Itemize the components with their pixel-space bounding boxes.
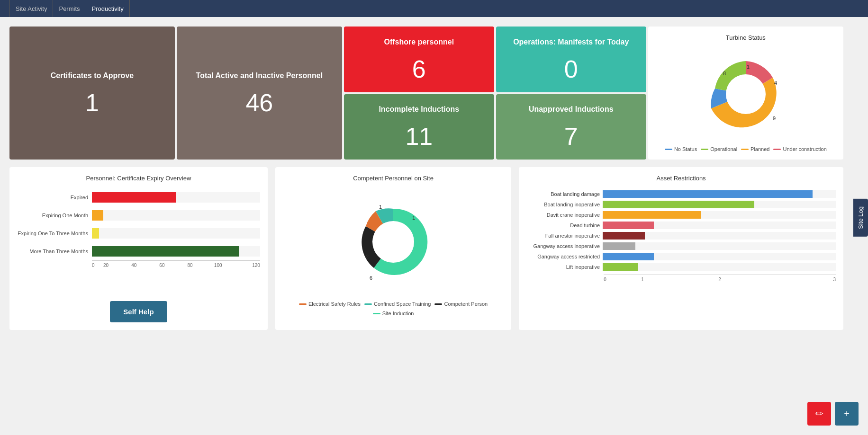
asset-track-lift [603,263,836,271]
bar-row-three-months: Expiring One To Three Months [17,228,260,239]
svg-text:8: 8 [723,71,726,76]
asset-label-lift: Lift inoperative [526,264,600,270]
asset-fill-gangway-inop [603,242,635,250]
bar-row-expired: Expired [17,192,260,203]
svg-text:1: 1 [747,64,750,70]
asset-track-boat-inop [603,201,836,208]
asset-bar-davit: Davit crane inoperative [526,211,836,219]
asset-fill-fall [603,232,645,240]
kpi-operations-value: 0 [564,57,578,81]
legend-site-induction: Site Induction [373,311,414,316]
asset-axis: 0 1 2 3 [604,275,836,282]
asset-axis-2: 2 [681,277,758,282]
asset-label-boat-damage: Boat landing damage [526,191,600,197]
asset-restrictions-panel: Asset Restrictions Boat landing damage B… [519,167,843,330]
kpi-incomplete-title: Incomplete Inductions [379,105,459,115]
asset-bar-boat-inop: Boat landing inoperative [526,201,836,208]
kpi-incomplete-value: 11 [405,124,433,149]
asset-fill-davit [603,211,701,219]
asset-bar-boat-damage: Boat landing damage [526,190,836,198]
kpi-cert-approve[interactable]: Certificates to Approve 1 [9,27,175,160]
legend-operational: Operational [701,146,737,152]
svg-text:2: 2 [366,254,369,259]
axis-100: 100 [204,263,232,268]
asset-label-dead-turbine: Dead turbine [526,222,600,228]
nav-productivity[interactable]: Productivity [86,0,130,17]
asset-fill-boat-inop [603,201,754,208]
kpi-cert-title: Certificates to Approve [51,71,134,81]
asset-bar-lift: Lift inoperative [526,263,836,271]
asset-bar-fall: Fall arrestor inoperative [526,232,836,240]
asset-track-fall [603,232,836,240]
kpi-cert-value: 1 [85,90,99,115]
asset-fill-boat-damage [603,190,813,198]
bar-track-one-month [92,210,260,221]
asset-fill-lift [603,263,638,271]
cert-expiry-chart: Expired Expiring One Month Expiring One … [17,187,260,273]
asset-label-fall: Fall arrestor inoperative [526,233,600,239]
legend-confined: Confined Space Training [364,301,431,307]
asset-axis-1: 1 [604,277,681,282]
asset-bars: Boat landing damage Boat landing inopera… [526,187,836,285]
site-log-tab[interactable]: Site Log [853,199,868,237]
top-navigation: Site Activity Permits Productivity [0,0,868,17]
kpi-operations[interactable]: Operations: Manifests for Today 0 [496,27,646,92]
turbine-donut: 1 4 8 9 No Status Operational [656,47,836,152]
self-help-button[interactable]: Self Help [110,301,167,322]
bar-track-more-three [92,246,260,257]
asset-fill-gangway-restricted [603,253,654,260]
legend-under-construction: Under construction [773,146,826,152]
bar-track-three-months [92,228,260,239]
asset-track-boat-damage [603,190,836,198]
kpi-operations-title: Operations: Manifests for Today [513,37,629,47]
nav-site-activity[interactable]: Site Activity [9,0,53,17]
bar-track-expired [92,192,260,203]
asset-track-davit [603,211,836,219]
axis-80: 80 [176,263,204,268]
kpi-unapproved-title: Unapproved Inductions [529,105,614,115]
kpi-offshore[interactable]: Offshore personnel 6 [344,27,494,92]
svg-text:1: 1 [412,215,415,221]
bar-row-more-three: More Than Three Months [17,246,260,257]
bar-label-more-three: More Than Three Months [17,249,88,254]
asset-label-davit: Davit crane inoperative [526,212,600,218]
competent-personnel-title: Competent Personnel on Site [283,175,504,182]
legend-competent: Competent Person [434,301,488,307]
kpi-incomplete[interactable]: Incomplete Inductions 11 [344,94,494,160]
kpi-row: Certificates to Approve 1 Total Active a… [9,27,843,160]
kpi-offshore-value: 6 [412,57,426,81]
turbine-status-panel: Turbine Status 1 4 [648,27,843,160]
turbine-legend: No Status Operational Planned Under cons… [665,146,827,152]
cert-expiry-panel: Personnel: Certificate Expiry Overview E… [9,167,268,330]
bar-fill-one-month [92,210,103,221]
bar-fill-three-months [92,228,99,239]
bar-label-expired: Expired [17,195,88,200]
bar-axis: 0 20 40 60 80 100 120 [92,260,260,268]
kpi-total-value: 46 [245,90,273,115]
cert-expiry-title: Personnel: Certificate Expiry Overview [17,175,260,182]
main-content: Certificates to Approve 1 Total Active a… [0,17,853,339]
competent-donut: 1 1 2 6 Electrical Safety Rules Confined… [283,187,504,316]
charts-row: Personnel: Certificate Expiry Overview E… [9,167,843,330]
axis-20: 20 [92,263,120,268]
svg-text:1: 1 [379,204,382,210]
asset-bar-gangway-inop: Gangway access inoperative [526,242,836,250]
asset-label-gangway-inop: Gangway access inoperative [526,243,600,249]
kpi-unapproved-value: 7 [564,124,578,149]
kpi-total-title: Total Active and Inactive Personnel [196,71,323,81]
legend-no-status: No Status [665,146,697,152]
kpi-total-personnel[interactable]: Total Active and Inactive Personnel 46 [177,27,342,160]
turbine-title: Turbine Status [656,34,836,41]
nav-permits[interactable]: Permits [53,0,86,17]
svg-point-5 [372,221,414,263]
svg-point-0 [726,74,766,114]
kpi-unapproved[interactable]: Unapproved Inductions 7 [496,94,646,160]
asset-track-dead-turbine [603,222,836,229]
asset-label-gangway-restricted: Gangway access restricted [526,254,600,259]
kpi-stacked-left: Offshore personnel 6 Incomplete Inductio… [344,27,494,160]
svg-text:9: 9 [773,115,776,121]
legend-electrical: Electrical Safety Rules [299,301,361,307]
competent-legend: Electrical Safety Rules Confined Space T… [283,301,504,316]
asset-bar-dead-turbine: Dead turbine [526,222,836,229]
kpi-stacked-right: Operations: Manifests for Today 0 Unappr… [496,27,646,160]
